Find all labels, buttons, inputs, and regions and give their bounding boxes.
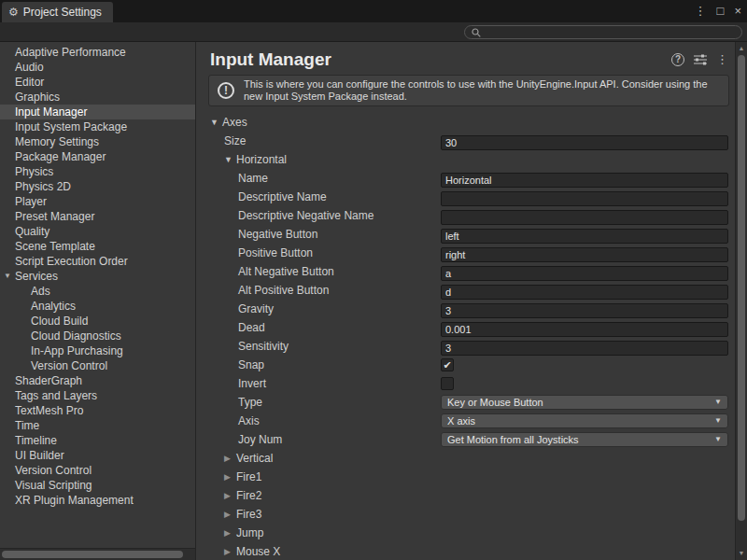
sidebar-item-package-manager[interactable]: Package Manager: [0, 149, 195, 164]
sidebar-item-graphics[interactable]: Graphics: [0, 90, 195, 105]
sidebar-item-scene-template[interactable]: Scene Template: [0, 239, 195, 254]
text-field-descriptive-negative-name[interactable]: [441, 210, 728, 225]
foldout-mouse-x[interactable]: ▶Mouse X: [197, 542, 735, 560]
search-icon: [472, 28, 481, 37]
foldout-axes[interactable]: ▼Axes: [197, 113, 735, 132]
gear-icon: ⚙: [8, 6, 19, 19]
settings-row-axis: AxisX axis▼: [197, 412, 735, 430]
foldout-fire3[interactable]: ▶Fire3: [197, 505, 735, 524]
sidebar-item-quality[interactable]: Quality: [0, 224, 195, 239]
sidebar-item-audio[interactable]: Audio: [0, 60, 195, 75]
foldout-closed-icon[interactable]: ▶: [224, 468, 236, 486]
presets-icon[interactable]: [694, 54, 707, 65]
text-field-negative-button[interactable]: [441, 229, 728, 244]
settings-row-invert: Invert: [197, 374, 735, 393]
sidebar-item-textmesh-pro[interactable]: TextMesh Pro: [0, 403, 195, 418]
sidebar-item-label: Physics: [15, 165, 53, 178]
sidebar-item-analytics[interactable]: Analytics: [0, 299, 195, 314]
sidebar-item-visual-scripting[interactable]: Visual Scripting: [0, 478, 195, 493]
sidebar-item-label: Ads: [31, 285, 50, 298]
foldout-fire2[interactable]: ▶Fire2: [197, 486, 735, 505]
foldout-closed-icon[interactable]: ▶: [224, 505, 236, 524]
search-input[interactable]: [486, 27, 735, 38]
foldout-horizontal[interactable]: ▼Horizontal: [197, 150, 735, 169]
settings-row-joy-num: Joy NumGet Motion from all Joysticks▼: [197, 430, 735, 449]
sidebar-item-physics-2d[interactable]: Physics 2D: [0, 179, 195, 194]
sidebar-item-version-control[interactable]: Version Control: [0, 463, 195, 478]
text-field-dead[interactable]: [441, 322, 728, 337]
sidebar-item-adaptive-performance[interactable]: Adaptive Performance: [0, 45, 195, 60]
sidebar-item-in-app-purchasing[interactable]: In-App Purchasing: [0, 343, 195, 358]
sidebar-item-label: Script Execution Order: [15, 255, 128, 268]
sidebar-item-script-execution-order[interactable]: Script Execution Order: [0, 254, 195, 269]
search-box[interactable]: [464, 25, 742, 39]
sidebar-item-timeline[interactable]: Timeline: [0, 433, 195, 448]
sidebar-item-editor[interactable]: Editor: [0, 75, 195, 90]
sidebar-item-input-manager[interactable]: Input Manager: [0, 105, 195, 119]
text-field-sensitivity[interactable]: [441, 341, 728, 356]
foldout-vertical[interactable]: ▶Vertical: [197, 449, 735, 468]
foldout-open-icon[interactable]: ▼: [224, 150, 236, 169]
settings-row-name: Name: [197, 169, 735, 188]
dropdown-value: Key or Mouse Button: [447, 396, 543, 409]
text-field-gravity[interactable]: [441, 303, 728, 318]
foldout-closed-icon[interactable]: ▶: [224, 542, 236, 560]
settings-row-gravity: Gravity: [197, 300, 735, 318]
row-label: Name: [238, 172, 268, 185]
dropdown-joy-num[interactable]: Get Motion from all Joysticks▼: [441, 432, 728, 447]
window-menu-icon[interactable]: ⋮: [695, 0, 707, 22]
maximize-icon[interactable]: □: [717, 0, 725, 22]
foldout-closed-icon[interactable]: ▶: [224, 486, 236, 505]
help-icon[interactable]: ?: [671, 53, 684, 66]
close-icon[interactable]: ×: [734, 0, 741, 22]
sidebar-item-xr-plugin-management[interactable]: XR Plugin Management: [0, 493, 195, 508]
foldout-jump[interactable]: ▶Jump: [197, 524, 735, 542]
dropdown-axis[interactable]: X axis▼: [441, 413, 728, 428]
checkbox-snap[interactable]: ✔: [441, 358, 454, 371]
foldout-open-icon[interactable]: ▼: [4, 269, 11, 284]
dropdown-type[interactable]: Key or Mouse Button▼: [441, 395, 728, 410]
window-tab-project-settings[interactable]: ⚙ Project Settings: [2, 2, 113, 22]
sidebar-item-services[interactable]: ▼Services: [0, 269, 195, 284]
scrollbar-thumb[interactable]: [738, 55, 745, 521]
settings-row-snap: Snap✔: [197, 356, 735, 374]
sidebar-item-physics[interactable]: Physics: [0, 164, 195, 179]
sidebar-item-cloud-diagnostics[interactable]: Cloud Diagnostics: [0, 329, 195, 343]
info-icon: !: [218, 82, 234, 99]
sidebar-item-label: Analytics: [31, 300, 76, 313]
scroll-down-icon[interactable]: ▼: [736, 548, 747, 559]
row-label: Gravity: [238, 302, 274, 315]
sidebar-item-label: Scene Template: [15, 240, 95, 253]
checkbox-invert[interactable]: [441, 377, 454, 390]
row-label: Sensitivity: [238, 340, 289, 353]
sidebar-item-shadergraph[interactable]: ShaderGraph: [0, 373, 195, 388]
foldout-open-icon[interactable]: ▼: [210, 113, 222, 132]
foldout-closed-icon[interactable]: ▶: [224, 524, 236, 542]
context-menu-icon[interactable]: ⋮: [716, 52, 728, 66]
scroll-up-icon[interactable]: ▲: [736, 43, 747, 54]
sidebar-item-tags-and-layers[interactable]: Tags and Layers: [0, 388, 195, 403]
text-field-alt-negative-button[interactable]: [441, 266, 728, 281]
sidebar-item-memory-settings[interactable]: Memory Settings: [0, 134, 195, 149]
sidebar-item-version-control[interactable]: Version Control: [0, 358, 195, 373]
scrollbar-thumb[interactable]: [2, 551, 183, 558]
foldout-closed-icon[interactable]: ▶: [224, 449, 236, 468]
dropdown-arrow-icon: ▼: [714, 393, 722, 412]
sidebar-item-time[interactable]: Time: [0, 418, 195, 433]
text-field-name[interactable]: [441, 173, 728, 188]
sidebar-item-label: Cloud Diagnostics: [31, 329, 121, 343]
main-vertical-scrollbar[interactable]: ▲ ▼: [735, 42, 747, 560]
text-field-positive-button[interactable]: [441, 247, 728, 262]
sidebar-item-cloud-build[interactable]: Cloud Build: [0, 314, 195, 329]
sidebar-item-preset-manager[interactable]: Preset Manager: [0, 209, 195, 224]
sidebar-horizontal-scrollbar[interactable]: [0, 548, 196, 560]
foldout-fire1[interactable]: ▶Fire1: [197, 468, 735, 486]
text-field-size[interactable]: [441, 135, 728, 150]
titlebar: ⚙ Project Settings ⋮ □ ×: [0, 0, 747, 22]
sidebar-item-ui-builder[interactable]: UI Builder: [0, 448, 195, 463]
text-field-alt-positive-button[interactable]: [441, 285, 728, 300]
sidebar-item-ads[interactable]: Ads: [0, 284, 195, 299]
sidebar-item-player[interactable]: Player: [0, 194, 195, 209]
sidebar-item-input-system-package[interactable]: Input System Package: [0, 119, 195, 134]
text-field-descriptive-name[interactable]: [441, 191, 728, 206]
